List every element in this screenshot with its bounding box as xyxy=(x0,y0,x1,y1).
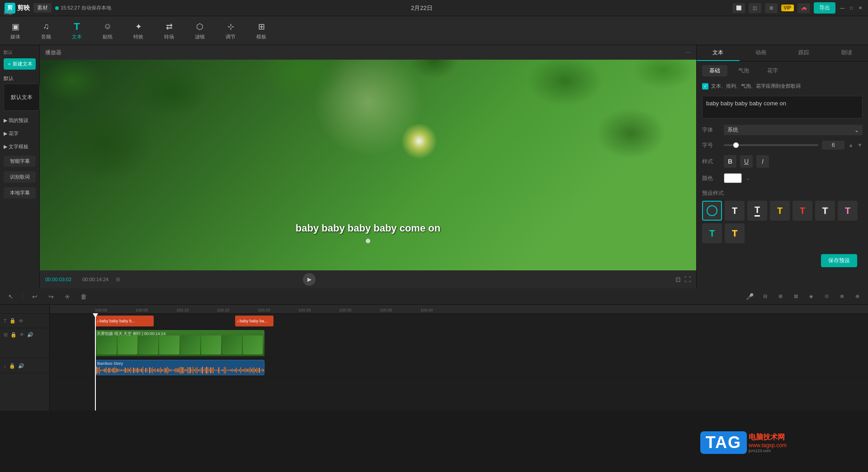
text-track-label: T 🔒 👁 xyxy=(0,314,49,328)
clip2-icon: ♪ xyxy=(237,319,239,323)
export-button[interactable]: 导出 xyxy=(814,2,835,14)
tab-tracking[interactable]: 跟踪 xyxy=(783,45,826,61)
tab-animation[interactable]: 动画 xyxy=(740,45,783,61)
default-text-card[interactable]: 默认文本 xyxy=(4,84,40,111)
undo-btn[interactable]: ↩ xyxy=(28,290,41,303)
preset-style-stroke[interactable]: T xyxy=(815,201,835,221)
text-clip-1[interactable]: ♪ baby baby baby b... xyxy=(95,316,154,326)
recognize-lyrics-btn[interactable]: 识别歌词 xyxy=(0,170,39,184)
new-text-button[interactable]: ＋ 新建文本 xyxy=(4,58,36,70)
vip-badge[interactable]: VIP xyxy=(781,5,794,11)
tl-tool2[interactable]: ⊞ xyxy=(774,290,787,303)
apply-all-checkbox[interactable]: ✓ xyxy=(702,83,708,90)
text-icon: T xyxy=(71,21,82,32)
new-text-btn-wrapper[interactable]: ＋ 新建文本 xyxy=(0,58,39,70)
local-subtitle-btn[interactable]: 本地字幕 xyxy=(0,185,39,200)
toolbar-item-template[interactable]: ⊞ 模板 xyxy=(250,19,272,42)
toolbar-item-sticker[interactable]: ☺ 贴纸 xyxy=(97,19,118,42)
audio-clip[interactable]: Bamboo Story xyxy=(95,360,264,375)
subtab-bubble[interactable]: 气泡 xyxy=(731,65,756,76)
audio-lock-icon[interactable]: 🔒 xyxy=(9,363,15,369)
toolbar-item-media[interactable]: ▣ 媒体 xyxy=(5,19,26,42)
tl-right-tools: 🎤 ⊟ ⊞ ⊠ ◈ ⊙ ⊗ ⊕ xyxy=(743,290,863,303)
minimize-button[interactable]: ⬜ xyxy=(732,3,745,13)
split-btn[interactable]: ⚹ xyxy=(61,290,74,303)
video-eye-icon[interactable]: 👁 xyxy=(19,332,24,337)
bold-button[interactable]: B xyxy=(724,155,736,168)
tab-text[interactable]: 文本 xyxy=(697,45,740,61)
preview-header: 播放器 ⋯ xyxy=(40,45,696,60)
default-section-item[interactable]: 默认 xyxy=(4,73,36,84)
win-minimize-btn[interactable]: — xyxy=(839,5,845,11)
size-stepper-up[interactable]: ▲ xyxy=(848,142,854,148)
share-button[interactable]: 🚗 xyxy=(797,3,810,13)
preset-style-yellow[interactable]: T xyxy=(770,201,790,221)
fullscreen-preview-icon[interactable]: ⛶ xyxy=(684,276,691,283)
tl-settings-btn[interactable]: ⊕ xyxy=(851,290,863,303)
subtab-flower[interactable]: 花字 xyxy=(760,65,785,76)
video-clip[interactable]: 天霁拍摄 晴天 天空 树叶 | 00:00:14:24 xyxy=(95,330,264,356)
toolbar-item-text[interactable]: T 文本 xyxy=(66,19,88,42)
color-swatch[interactable] xyxy=(724,173,742,183)
tab-narration[interactable]: 朗读 xyxy=(825,45,868,61)
preset-style-plain[interactable]: T xyxy=(725,201,745,221)
size-input[interactable]: 6 xyxy=(822,141,844,150)
delete-btn[interactable]: 🗑 xyxy=(77,290,90,303)
text-template-item[interactable]: ▶ 文字模板 xyxy=(4,143,36,150)
video-audio-icon[interactable]: 🔊 xyxy=(27,332,33,338)
preset-style-yellow2[interactable]: T xyxy=(725,223,745,243)
preset-style-pink[interactable]: T xyxy=(838,201,858,221)
select-tool-btn[interactable]: ↖ xyxy=(5,290,17,303)
size-slider-thumb[interactable] xyxy=(733,142,739,148)
win-restore-btn[interactable]: □ xyxy=(848,5,854,11)
toolbar-item-adjustment[interactable]: ⊹ 调节 xyxy=(220,19,241,42)
subtab-basic[interactable]: 基础 xyxy=(702,65,727,76)
preset-style-bar[interactable]: T xyxy=(747,201,767,221)
fullscreen-button[interactable]: ◫ xyxy=(749,3,761,13)
frame2 xyxy=(118,335,137,354)
preset-style-outline[interactable] xyxy=(702,201,722,221)
my-preset-item[interactable]: ▶ 我的预设 xyxy=(4,117,36,124)
tl-tool3[interactable]: ⊠ xyxy=(789,290,802,303)
menu-button[interactable]: 素材 xyxy=(33,3,52,13)
save-preset-button[interactable]: 保存预设 xyxy=(821,254,857,267)
template-icon: ⊞ xyxy=(256,21,267,32)
win-close-btn[interactable]: ✕ xyxy=(857,5,863,11)
title-bar-left: 剪 剪映 素材 15:52:27 自动保存本地 xyxy=(5,3,111,14)
tl-tool1[interactable]: ⊟ xyxy=(759,290,771,303)
frame7 xyxy=(222,335,242,354)
lyrics-text-input[interactable]: baby baby baby baby come on xyxy=(702,96,863,118)
font-dropdown-icon: ⌄ xyxy=(854,127,859,133)
tl-tool6[interactable]: ⊗ xyxy=(835,290,848,303)
toolbar-item-audio[interactable]: ♫ 音频 xyxy=(35,19,57,42)
toolbar-item-effects[interactable]: ✦ 特效 xyxy=(127,19,149,42)
flower-item[interactable]: ▶ 花字 xyxy=(4,130,36,137)
audio-vol-icon[interactable]: 🔊 xyxy=(18,363,24,369)
size-slider[interactable] xyxy=(724,144,818,146)
redo-btn[interactable]: ↪ xyxy=(45,290,57,303)
save-preset-wrapper: 保存预设 xyxy=(697,247,868,274)
font-value[interactable]: 系统 ⌄ xyxy=(724,125,863,135)
text-clip-2[interactable]: ♪ baby baby ba... xyxy=(235,316,274,326)
tl-tool5[interactable]: ⊙ xyxy=(820,290,833,303)
eye-icon[interactable]: 👁 xyxy=(19,318,24,324)
preset-style-teal[interactable]: T xyxy=(702,223,722,243)
preset-style-red[interactable]: T xyxy=(793,201,812,221)
adjustment-label: 调节 xyxy=(226,33,236,40)
play-button[interactable]: ▶ xyxy=(303,273,316,286)
lock-icon[interactable]: 🔒 xyxy=(9,318,16,324)
video-lock-icon[interactable]: 🔒 xyxy=(10,332,17,338)
settings-button[interactable]: ⊞ xyxy=(765,3,778,13)
mic-btn[interactable]: 🎤 xyxy=(743,290,756,303)
tl-tool4[interactable]: ◈ xyxy=(805,290,817,303)
italic-button[interactable]: I xyxy=(756,155,769,168)
ruler-mark-6: 100:30 xyxy=(339,308,352,312)
preview-screen[interactable]: baby baby baby baby come on xyxy=(40,60,696,270)
crop-icon[interactable]: ⊡ xyxy=(675,276,681,283)
underline-button[interactable]: U xyxy=(740,155,753,168)
toolbar-item-filter[interactable]: ⬡ 滤镜 xyxy=(189,19,211,42)
smart-caption-btn[interactable]: 智能字幕 xyxy=(0,154,39,169)
toolbar-item-transition[interactable]: ⇄ 转场 xyxy=(158,19,180,42)
auto-save-dot xyxy=(55,6,59,10)
size-stepper-down[interactable]: ▼ xyxy=(857,142,863,148)
